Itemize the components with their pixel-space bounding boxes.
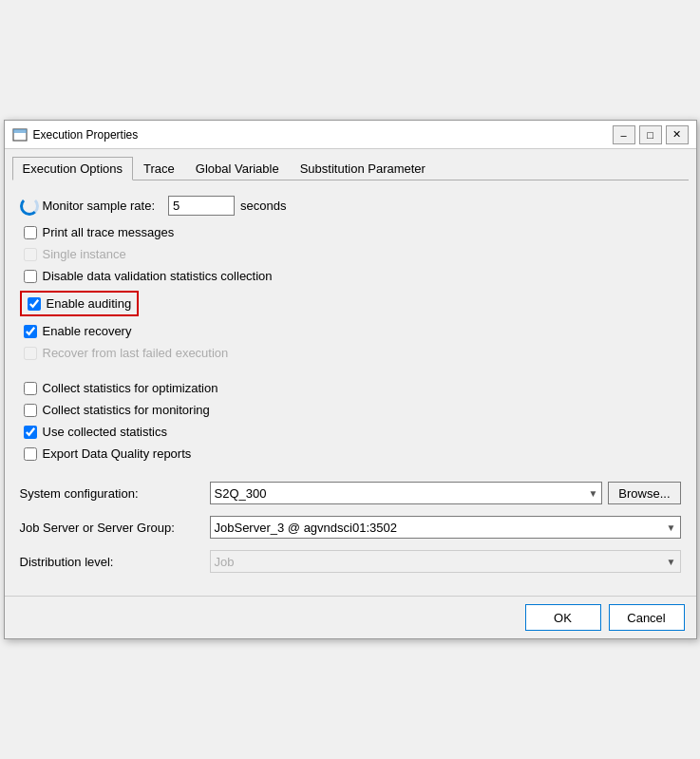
job-server-control: JobServer_3 @ agvndsci01:3502 ▼ xyxy=(210,516,681,539)
job-server-dropdown[interactable]: JobServer_3 @ agvndsci01:3502 ▼ xyxy=(210,516,681,539)
monitor-sample-rate-row: Monitor sample rate: seconds xyxy=(20,196,681,216)
system-config-dropdown[interactable]: S2Q_300 ▼ xyxy=(210,482,603,504)
single-instance-checkbox xyxy=(24,248,37,261)
print-trace-checkbox[interactable] xyxy=(24,226,37,239)
enable-auditing-label[interactable]: Enable auditing xyxy=(47,296,132,311)
recover-last-failed-label: Recover from last failed execution xyxy=(43,346,229,360)
maximize-button[interactable]: □ xyxy=(639,125,662,144)
enable-auditing-row: Enable auditing xyxy=(20,291,140,316)
system-config-label: System configuration: xyxy=(20,486,210,501)
system-config-dropdown-arrow: ▼ xyxy=(588,488,597,499)
collect-monitoring-row: Collect statistics for monitoring xyxy=(20,403,681,417)
use-collected-label[interactable]: Use collected statistics xyxy=(43,425,168,439)
content-area: Execution Options Trace Global Variable … xyxy=(5,149,696,596)
system-config-value: S2Q_300 xyxy=(215,486,267,501)
distribution-control: Job ▼ xyxy=(210,550,681,573)
ok-button[interactable]: OK xyxy=(525,604,601,631)
collect-monitoring-checkbox[interactable] xyxy=(24,404,37,417)
collect-optimization-row: Collect statistics for optimization xyxy=(20,381,681,395)
enable-recovery-row: Enable recovery xyxy=(20,324,681,338)
distribution-value: Job xyxy=(215,555,235,569)
disable-data-validation-checkbox[interactable] xyxy=(24,270,37,283)
seconds-label: seconds xyxy=(240,199,286,213)
monitor-input[interactable] xyxy=(168,196,235,216)
recover-last-failed-checkbox xyxy=(24,347,37,360)
system-config-control: S2Q_300 ▼ Browse... xyxy=(210,482,681,504)
cancel-button[interactable]: Cancel xyxy=(609,604,685,631)
use-collected-row: Use collected statistics xyxy=(20,425,681,439)
use-collected-checkbox[interactable] xyxy=(24,426,37,439)
single-instance-row: Single instance xyxy=(20,247,681,261)
window-icon xyxy=(12,127,28,142)
collect-monitoring-label[interactable]: Collect statistics for monitoring xyxy=(43,403,210,417)
monitor-label: Monitor sample rate: xyxy=(43,199,156,213)
enable-auditing-checkbox[interactable] xyxy=(28,297,41,311)
distribution-label: Distribution level: xyxy=(20,555,210,569)
title-bar: Execution Properties – □ ✕ xyxy=(5,121,696,149)
print-trace-label[interactable]: Print all trace messages xyxy=(43,225,175,239)
export-dq-label[interactable]: Export Data Quality reports xyxy=(43,446,192,461)
export-dq-row: Export Data Quality reports xyxy=(20,446,681,461)
print-trace-row: Print all trace messages xyxy=(20,225,681,239)
collect-optimization-label[interactable]: Collect statistics for optimization xyxy=(43,381,218,395)
job-server-dropdown-arrow: ▼ xyxy=(667,522,676,533)
footer: OK Cancel xyxy=(5,596,696,638)
distribution-dropdown-arrow: ▼ xyxy=(667,557,676,567)
browse-button[interactable]: Browse... xyxy=(608,482,680,504)
window-title: Execution Properties xyxy=(33,128,613,142)
enable-recovery-label[interactable]: Enable recovery xyxy=(43,324,132,338)
svg-rect-1 xyxy=(13,129,27,133)
export-dq-checkbox[interactable] xyxy=(24,447,37,461)
spinner-icon xyxy=(20,197,39,216)
tab-execution-options[interactable]: Execution Options xyxy=(12,157,134,180)
collect-optimization-checkbox[interactable] xyxy=(24,382,37,395)
disable-data-validation-label[interactable]: Disable data validation statistics colle… xyxy=(43,269,273,283)
recover-last-failed-row: Recover from last failed execution xyxy=(20,346,681,360)
system-config-row: System configuration: S2Q_300 ▼ Browse..… xyxy=(20,482,681,504)
tab-trace[interactable]: Trace xyxy=(133,157,185,180)
execution-properties-window: Execution Properties – □ ✕ Execution Opt… xyxy=(4,120,697,639)
disable-data-validation-row: Disable data validation statistics colle… xyxy=(20,269,681,283)
title-bar-controls: – □ ✕ xyxy=(613,125,689,144)
job-server-label: Job Server or Server Group: xyxy=(20,521,210,535)
distribution-dropdown: Job ▼ xyxy=(210,550,681,573)
single-instance-label: Single instance xyxy=(43,247,126,261)
minimize-button[interactable]: – xyxy=(613,125,635,144)
enable-recovery-checkbox[interactable] xyxy=(24,325,37,338)
form-area: Monitor sample rate: seconds Print all t… xyxy=(12,192,689,588)
close-button[interactable]: ✕ xyxy=(666,125,689,144)
tab-substitution-parameter[interactable]: Substitution Parameter xyxy=(290,157,436,180)
job-server-row: Job Server or Server Group: JobServer_3 … xyxy=(20,516,681,539)
tabs-bar: Execution Options Trace Global Variable … xyxy=(12,157,689,180)
job-server-value: JobServer_3 @ agvndsci01:3502 xyxy=(215,521,397,535)
distribution-row: Distribution level: Job ▼ xyxy=(20,550,681,573)
tab-global-variable[interactable]: Global Variable xyxy=(185,157,290,180)
